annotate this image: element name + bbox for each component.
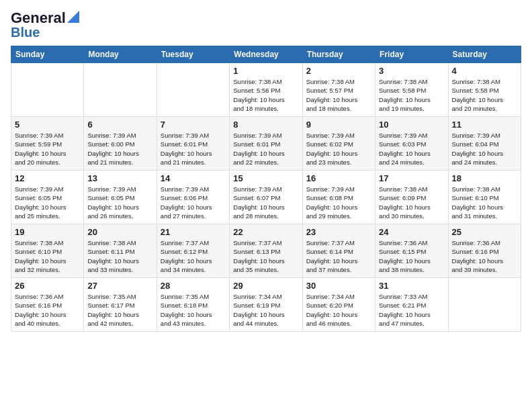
day-info: Sunrise: 7:39 AM Sunset: 5:59 PM Dayligh… [15, 131, 80, 167]
calendar-cell [157, 63, 229, 117]
day-info: Sunrise: 7:33 AM Sunset: 6:21 PM Dayligh… [379, 292, 444, 328]
calendar-cell: 9Sunrise: 7:39 AM Sunset: 6:02 PM Daylig… [302, 117, 375, 171]
day-number: 26 [15, 281, 80, 291]
calendar-cell: 1Sunrise: 7:38 AM Sunset: 5:56 PM Daylig… [230, 63, 302, 117]
day-number: 21 [161, 227, 226, 237]
calendar-week-2: 5Sunrise: 7:39 AM Sunset: 5:59 PM Daylig… [11, 117, 521, 171]
calendar-cell: 17Sunrise: 7:38 AM Sunset: 6:09 PM Dayli… [375, 171, 448, 224]
day-info: Sunrise: 7:39 AM Sunset: 6:08 PM Dayligh… [306, 185, 371, 220]
weekday-header-friday: Friday [375, 46, 448, 63]
day-info: Sunrise: 7:38 AM Sunset: 5:56 PM Dayligh… [233, 77, 298, 113]
calendar-cell [84, 63, 157, 117]
day-info: Sunrise: 7:39 AM Sunset: 6:02 PM Dayligh… [306, 131, 371, 167]
weekday-header-tuesday: Tuesday [157, 46, 229, 63]
day-info: Sunrise: 7:38 AM Sunset: 5:57 PM Dayligh… [306, 77, 371, 113]
calendar-cell [448, 278, 521, 332]
day-number: 5 [15, 120, 80, 130]
calendar-cell: 31Sunrise: 7:33 AM Sunset: 6:21 PM Dayli… [375, 278, 448, 332]
day-number: 8 [233, 120, 298, 130]
logo-icon [67, 11, 79, 23]
day-number: 19 [15, 227, 80, 237]
calendar-cell: 21Sunrise: 7:37 AM Sunset: 6:12 PM Dayli… [157, 224, 229, 278]
calendar-cell: 22Sunrise: 7:37 AM Sunset: 6:13 PM Dayli… [230, 224, 302, 278]
day-info: Sunrise: 7:39 AM Sunset: 6:01 PM Dayligh… [233, 131, 298, 167]
day-info: Sunrise: 7:34 AM Sunset: 6:20 PM Dayligh… [306, 292, 371, 328]
calendar-cell: 23Sunrise: 7:37 AM Sunset: 6:14 PM Dayli… [302, 224, 375, 278]
day-info: Sunrise: 7:38 AM Sunset: 5:58 PM Dayligh… [452, 77, 517, 113]
calendar-week-3: 12Sunrise: 7:39 AM Sunset: 6:05 PM Dayli… [11, 171, 521, 224]
weekday-header-wednesday: Wednesday [230, 46, 302, 63]
page-header: General Blue [11, 11, 521, 39]
calendar-cell: 14Sunrise: 7:39 AM Sunset: 6:06 PM Dayli… [157, 171, 229, 224]
day-info: Sunrise: 7:34 AM Sunset: 6:19 PM Dayligh… [233, 292, 298, 328]
calendar-cell: 5Sunrise: 7:39 AM Sunset: 5:59 PM Daylig… [11, 117, 84, 171]
calendar-week-4: 19Sunrise: 7:38 AM Sunset: 6:10 PM Dayli… [11, 224, 521, 278]
calendar-cell: 20Sunrise: 7:38 AM Sunset: 6:11 PM Dayli… [84, 224, 157, 278]
svg-marker-0 [67, 11, 79, 23]
day-number: 10 [379, 120, 444, 130]
calendar-cell: 10Sunrise: 7:39 AM Sunset: 6:03 PM Dayli… [375, 117, 448, 171]
calendar-cell: 29Sunrise: 7:34 AM Sunset: 6:19 PM Dayli… [230, 278, 302, 332]
day-number: 6 [87, 120, 152, 130]
day-number: 1 [233, 66, 298, 76]
calendar-cell: 24Sunrise: 7:36 AM Sunset: 6:15 PM Dayli… [375, 224, 448, 278]
day-number: 15 [233, 173, 298, 183]
day-info: Sunrise: 7:38 AM Sunset: 6:09 PM Dayligh… [379, 185, 444, 220]
day-number: 18 [452, 173, 517, 183]
calendar-cell: 7Sunrise: 7:39 AM Sunset: 6:01 PM Daylig… [157, 117, 229, 171]
calendar-cell: 4Sunrise: 7:38 AM Sunset: 5:58 PM Daylig… [448, 63, 521, 117]
day-info: Sunrise: 7:35 AM Sunset: 6:18 PM Dayligh… [161, 292, 226, 328]
day-number: 31 [379, 281, 444, 291]
calendar-cell: 30Sunrise: 7:34 AM Sunset: 6:20 PM Dayli… [302, 278, 375, 332]
day-info: Sunrise: 7:39 AM Sunset: 6:00 PM Dayligh… [87, 131, 152, 167]
calendar-cell: 15Sunrise: 7:39 AM Sunset: 6:07 PM Dayli… [230, 171, 302, 224]
day-number: 28 [161, 281, 226, 291]
calendar-cell: 25Sunrise: 7:36 AM Sunset: 6:16 PM Dayli… [448, 224, 521, 278]
calendar-cell: 3Sunrise: 7:38 AM Sunset: 5:58 PM Daylig… [375, 63, 448, 117]
day-number: 29 [233, 281, 298, 291]
day-info: Sunrise: 7:38 AM Sunset: 6:10 PM Dayligh… [452, 185, 517, 220]
day-number: 27 [87, 281, 152, 291]
day-info: Sunrise: 7:37 AM Sunset: 6:13 PM Dayligh… [233, 238, 298, 274]
calendar-cell: 11Sunrise: 7:39 AM Sunset: 6:04 PM Dayli… [448, 117, 521, 171]
calendar-cell [11, 63, 84, 117]
day-info: Sunrise: 7:36 AM Sunset: 6:15 PM Dayligh… [379, 238, 444, 274]
day-info: Sunrise: 7:39 AM Sunset: 6:04 PM Dayligh… [452, 131, 517, 167]
day-info: Sunrise: 7:39 AM Sunset: 6:06 PM Dayligh… [161, 185, 226, 220]
day-info: Sunrise: 7:39 AM Sunset: 6:07 PM Dayligh… [233, 185, 298, 220]
calendar-cell: 2Sunrise: 7:38 AM Sunset: 5:57 PM Daylig… [302, 63, 375, 117]
calendar-cell: 19Sunrise: 7:38 AM Sunset: 6:10 PM Dayli… [11, 224, 84, 278]
weekday-header-saturday: Saturday [448, 46, 521, 63]
day-number: 12 [15, 173, 80, 183]
calendar-cell: 16Sunrise: 7:39 AM Sunset: 6:08 PM Dayli… [302, 171, 375, 224]
day-info: Sunrise: 7:37 AM Sunset: 6:12 PM Dayligh… [161, 238, 226, 274]
day-info: Sunrise: 7:36 AM Sunset: 6:16 PM Dayligh… [15, 292, 80, 328]
day-number: 2 [306, 66, 371, 76]
day-info: Sunrise: 7:39 AM Sunset: 6:05 PM Dayligh… [87, 185, 152, 220]
day-info: Sunrise: 7:39 AM Sunset: 6:01 PM Dayligh… [161, 131, 226, 167]
day-number: 9 [306, 120, 371, 130]
calendar-cell: 18Sunrise: 7:38 AM Sunset: 6:10 PM Dayli… [448, 171, 521, 224]
calendar-cell: 26Sunrise: 7:36 AM Sunset: 6:16 PM Dayli… [11, 278, 84, 332]
day-info: Sunrise: 7:38 AM Sunset: 6:10 PM Dayligh… [15, 238, 80, 274]
calendar-week-5: 26Sunrise: 7:36 AM Sunset: 6:16 PM Dayli… [11, 278, 521, 332]
day-info: Sunrise: 7:39 AM Sunset: 6:03 PM Dayligh… [379, 131, 444, 167]
day-info: Sunrise: 7:38 AM Sunset: 5:58 PM Dayligh… [379, 77, 444, 113]
day-info: Sunrise: 7:36 AM Sunset: 6:16 PM Dayligh… [452, 238, 517, 274]
day-number: 24 [379, 227, 444, 237]
day-number: 4 [452, 66, 517, 76]
day-info: Sunrise: 7:35 AM Sunset: 6:17 PM Dayligh… [87, 292, 152, 328]
weekday-header-thursday: Thursday [302, 46, 375, 63]
day-number: 17 [379, 173, 444, 183]
day-info: Sunrise: 7:39 AM Sunset: 6:05 PM Dayligh… [15, 185, 80, 220]
calendar-week-1: 1Sunrise: 7:38 AM Sunset: 5:56 PM Daylig… [11, 63, 521, 117]
logo: General Blue [11, 11, 79, 39]
day-number: 20 [87, 227, 152, 237]
calendar-table: SundayMondayTuesdayWednesdayThursdayFrid… [11, 46, 521, 332]
weekday-header-monday: Monday [84, 46, 157, 63]
logo-blue: Blue [11, 26, 40, 39]
calendar-cell: 13Sunrise: 7:39 AM Sunset: 6:05 PM Dayli… [84, 171, 157, 224]
weekday-header-row: SundayMondayTuesdayWednesdayThursdayFrid… [11, 46, 521, 63]
day-number: 25 [452, 227, 517, 237]
calendar-cell: 27Sunrise: 7:35 AM Sunset: 6:17 PM Dayli… [84, 278, 157, 332]
